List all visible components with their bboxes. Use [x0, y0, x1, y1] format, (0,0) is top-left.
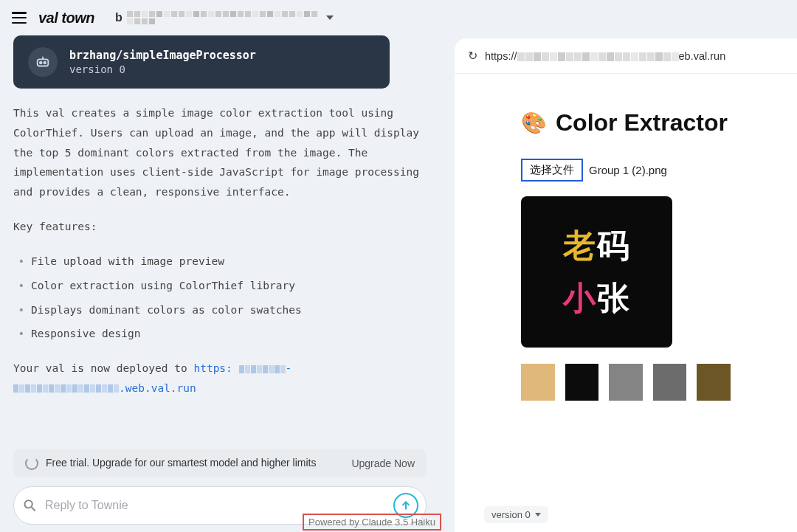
page-title: 🎨 Color Extractor	[521, 109, 731, 137]
upgrade-banner: Free trial. Upgrade for our smartest mod…	[13, 449, 427, 477]
file-choose-button[interactable]: 选择文件	[521, 159, 583, 182]
desc-key-features-title: Key features:	[13, 217, 427, 237]
file-input-row: 选择文件 Group 1 (2).png	[521, 159, 731, 182]
svg-point-1	[40, 62, 42, 64]
brand-logo[interactable]: val town	[38, 10, 94, 27]
color-swatch	[565, 364, 599, 401]
menu-icon[interactable]	[12, 12, 27, 24]
spinner-icon	[25, 457, 38, 470]
breadcrumb[interactable]: b	[115, 11, 334, 24]
list-item: Displays dominant colors as color swatch…	[31, 300, 427, 320]
svg-point-2	[44, 62, 46, 64]
uploaded-image-preview: 老码 小张	[521, 196, 672, 348]
color-swatch	[521, 364, 555, 401]
preview-body: 🎨 Color Extractor 选择文件 Group 1 (2).png 老…	[455, 74, 797, 401]
url-display[interactable]: https://eb.val.run	[485, 50, 725, 62]
breadcrumb-first: b	[115, 11, 123, 24]
svg-rect-0	[38, 59, 49, 66]
palette-icon: 🎨	[521, 111, 547, 135]
color-swatch	[697, 364, 731, 401]
browser-bar: ↻ https://eb.val.run	[455, 38, 797, 74]
deployed-line: Your val is now deployed to https: - .we…	[13, 359, 427, 398]
desc-p1: This val creates a simple image color ex…	[13, 103, 427, 202]
val-description: This val creates a simple image color ex…	[13, 103, 427, 413]
list-item: File upload with image preview	[31, 252, 427, 272]
val-header-card: brzhang/simpleImageProcessor version 0	[13, 35, 390, 89]
chevron-down-icon[interactable]	[326, 15, 334, 20]
breadcrumb-redacted	[127, 11, 319, 24]
powered-by-badge: Powered by Claude 3.5 Haiku	[303, 514, 441, 531]
bot-avatar-icon	[28, 47, 58, 77]
color-swatch	[609, 364, 643, 401]
list-item: Responsive design	[31, 324, 427, 344]
reply-input[interactable]	[45, 499, 384, 512]
upgrade-button[interactable]: Upgrade Now	[351, 457, 415, 469]
val-path: brzhang/simpleImageProcessor	[69, 49, 256, 62]
attachment-icon[interactable]: ⚲	[19, 494, 41, 517]
preview-pane: ↻ https://eb.val.run 🎨 Color Extractor 选…	[455, 38, 797, 532]
feature-list: File upload with image preview Color ext…	[13, 252, 427, 344]
color-swatch	[653, 364, 687, 401]
chat-pane: brzhang/simpleImageProcessor version 0 T…	[0, 35, 443, 532]
val-version: version 0	[69, 63, 256, 75]
topbar: val town b	[0, 0, 797, 35]
chevron-down-icon	[535, 513, 541, 517]
upgrade-message: Free trial. Upgrade for our smartest mod…	[46, 456, 344, 470]
list-item: Color extraction using ColorThief librar…	[31, 276, 427, 296]
reload-icon[interactable]: ↻	[468, 49, 477, 63]
version-selector[interactable]: version 0	[484, 506, 548, 523]
color-swatches	[521, 364, 731, 401]
file-name-label: Group 1 (2).png	[589, 164, 667, 176]
